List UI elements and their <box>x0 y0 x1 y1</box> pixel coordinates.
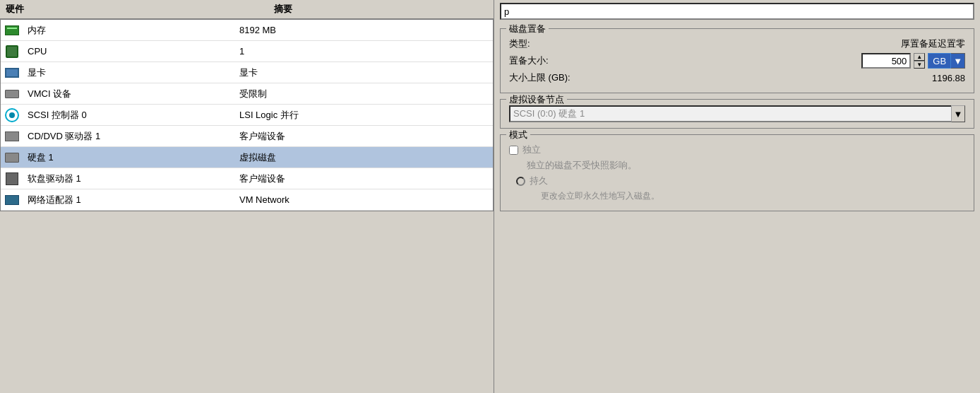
independent-desc: 独立的磁盘不受快照影响。 <box>527 159 637 172</box>
top-input[interactable] <box>500 3 974 20</box>
virtual-node-input[interactable] <box>509 105 965 122</box>
table-row[interactable]: VMCI 设备 受限制 <box>1 83 493 105</box>
top-input-row <box>500 0 974 23</box>
memory-icon <box>4 23 20 37</box>
row-name-memory: 内存 <box>25 24 237 37</box>
row-name-scsi: SCSI 控制器 0 <box>25 109 237 122</box>
size-label: 置备大小: <box>509 54 580 67</box>
row-summary-display: 显卡 <box>237 66 490 79</box>
row-name-cddvd: CD/DVD 驱动器 1 <box>25 130 237 143</box>
cpu-icon <box>4 45 20 59</box>
row-summary-cddvd: 客户端设备 <box>237 130 490 143</box>
table-row[interactable]: 软盘驱动器 1 客户端设备 <box>1 168 493 189</box>
vmci-icon <box>4 87 20 101</box>
independent-label: 独立 <box>522 143 541 156</box>
col-summary-header: 摘要 <box>271 1 491 17</box>
size-input-group: ▲ ▼ GB ▼ <box>861 53 965 69</box>
spin-button-group: ▲ ▼ <box>914 53 925 69</box>
virtual-node-title: 虚拟设备节点 <box>506 93 567 106</box>
hdd-icon <box>4 151 20 165</box>
table-row-hdd[interactable]: 硬盘 1 虚拟磁盘 <box>1 147 493 168</box>
table-row[interactable]: 显卡 显卡 <box>1 62 493 83</box>
row-name-cpu: CPU <box>25 46 237 57</box>
network-icon <box>4 193 20 207</box>
max-size-value: 1196.88 <box>932 73 965 83</box>
row-summary-scsi: LSI Logic 并行 <box>237 109 490 122</box>
row-name-floppy: 软盘驱动器 1 <box>25 172 237 185</box>
table-header: 硬件 摘要 <box>0 0 494 19</box>
floppy-icon <box>4 172 20 186</box>
spin-down-button[interactable]: ▼ <box>914 61 925 69</box>
table-row[interactable]: 网络适配器 1 VM Network <box>1 189 493 211</box>
persist-label: 持久 <box>530 175 548 187</box>
size-number-input[interactable] <box>861 53 911 69</box>
unit-label: GB <box>928 53 951 69</box>
left-panel: 硬件 摘要 内存 8192 MB CPU 1 <box>0 0 494 393</box>
table-row[interactable]: CPU 1 <box>1 41 493 62</box>
unit-selector: GB ▼ <box>928 53 965 69</box>
spin-up-button[interactable]: ▲ <box>914 53 925 61</box>
row-summary-hdd: 虚拟磁盘 <box>237 151 490 164</box>
max-size-label: 大小上限 (GB): <box>509 71 580 84</box>
display-icon <box>4 66 20 80</box>
table-row[interactable]: 内存 8192 MB <box>1 20 493 41</box>
unit-dropdown-arrow[interactable]: ▼ <box>951 53 965 69</box>
col-hardware-header: 硬件 <box>3 1 271 17</box>
independent-desc-row: 独立的磁盘不受快照影响。 <box>509 159 965 172</box>
cddvd-icon <box>4 129 20 143</box>
type-row: 类型: 厚置备延迟置零 <box>509 37 965 50</box>
persist-desc-row: 更改会立即永久性地写入磁盘。 <box>509 190 965 202</box>
persist-radio-row: 持久 <box>509 175 965 187</box>
table-row[interactable]: SCSI 控制器 0 LSI Logic 并行 <box>1 105 493 126</box>
mode-title: 模式 <box>506 129 530 141</box>
table-row[interactable]: CD/DVD 驱动器 1 客户端设备 <box>1 126 493 147</box>
persist-radio[interactable] <box>516 177 525 186</box>
max-size-row: 大小上限 (GB): 1196.88 <box>509 71 965 84</box>
row-summary-floppy: 客户端设备 <box>237 172 490 185</box>
disk-provision-title: 磁盘置备 <box>506 23 549 35</box>
row-name-network: 网络适配器 1 <box>25 194 237 206</box>
row-summary-network: VM Network <box>237 194 490 205</box>
virtual-node-section: 虚拟设备节点 ▼ <box>500 99 974 129</box>
virtual-node-select-wrapper: ▼ <box>509 105 965 122</box>
disk-provision-section: 磁盘置备 类型: 厚置备延迟置零 置备大小: ▲ ▼ GB ▼ <box>500 28 974 93</box>
independent-checkbox[interactable] <box>509 146 518 155</box>
type-value: 厚置备延迟置零 <box>901 37 965 50</box>
scsi-icon <box>4 108 20 122</box>
row-name-hdd: 硬盘 1 <box>25 151 237 164</box>
row-name-vmci: VMCI 设备 <box>25 88 237 100</box>
row-summary-cpu: 1 <box>237 46 490 57</box>
persist-desc: 更改会立即永久性地写入磁盘。 <box>541 190 659 202</box>
right-panel: 磁盘置备 类型: 厚置备延迟置零 置备大小: ▲ ▼ GB ▼ <box>494 0 980 393</box>
independent-checkbox-row: 独立 <box>509 143 965 156</box>
row-summary-memory: 8192 MB <box>237 25 490 35</box>
hardware-table-body: 内存 8192 MB CPU 1 显卡 显卡 <box>0 19 494 211</box>
row-name-display: 显卡 <box>25 66 237 79</box>
mode-section: 模式 独立 独立的磁盘不受快照影响。 持久 更改会立即永久性地写入磁盘。 <box>500 134 974 211</box>
type-label: 类型: <box>509 37 580 50</box>
size-row: 置备大小: ▲ ▼ GB ▼ <box>509 53 965 69</box>
row-summary-vmci: 受限制 <box>237 88 490 100</box>
